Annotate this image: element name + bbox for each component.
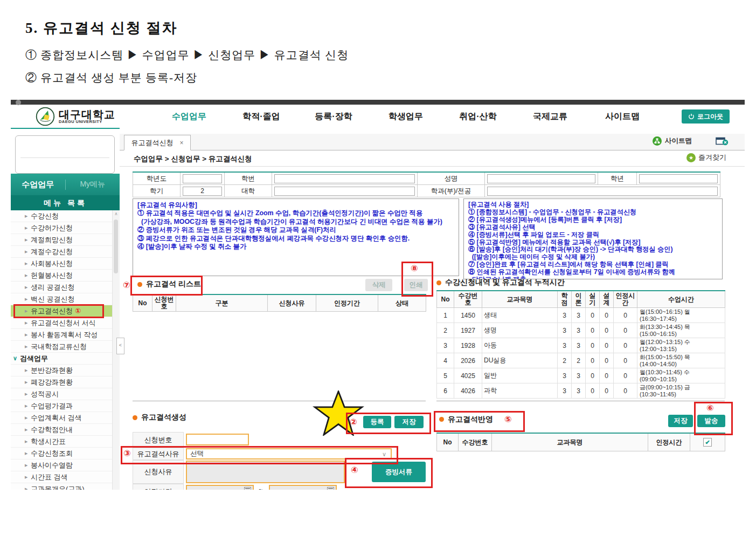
app-header: 대구대학교 DAEGU UNIVERSITY 수업업무 학적·졸업 등록·장학 … <box>11 105 745 129</box>
browser-topbar <box>11 100 745 105</box>
sidebar-section-label: 검색업무 <box>20 354 48 362</box>
apply-no-input[interactable] <box>186 434 249 445</box>
sidebar-item[interactable]: 봉사 활동계획서 작성 <box>11 329 112 341</box>
annotation-4: ④ <box>351 465 358 475</box>
sidebar-item[interactable]: 수강신청조회 <box>11 448 112 459</box>
sidebar-item[interactable]: 수강허가신청 <box>11 222 112 234</box>
sidebar-item[interactable]: 수강신청 <box>11 210 112 222</box>
nav-item-career[interactable]: 취업·산학 <box>442 111 514 122</box>
sidebar-item[interactable]: 수업평가결과 <box>11 400 112 412</box>
year-input[interactable] <box>183 174 222 183</box>
bullet-icon <box>137 282 142 287</box>
sidebar-item-absence-apply[interactable]: 유고결석신청① <box>11 305 112 317</box>
enrollment-table: No 수강번호 교과목명 학점 이론 실기 설계 인정시간 수업시간 11450… <box>436 290 725 399</box>
sidebar-item[interactable]: 사회봉사신청 <box>11 258 112 270</box>
sidebar-tab-mymenu[interactable]: My메뉴 <box>66 180 120 189</box>
topbar-knob <box>16 100 21 105</box>
nav-item-registration[interactable]: 등록·장학 <box>297 111 370 122</box>
logout-button[interactable]: 로그아웃 <box>682 109 730 124</box>
table-row: 42026DU실용22000화(15:00~15:50) 목(14:00~14:… <box>437 353 725 368</box>
sidebar-item[interactable]: 시간표 검색 <box>11 471 112 483</box>
power-icon <box>688 113 695 120</box>
nav-item-records[interactable]: 학적·졸업 <box>225 111 297 122</box>
sidebar-item-label: 유고결석신청서 서식 <box>31 319 96 327</box>
print-button[interactable]: 인쇄 <box>404 279 428 291</box>
evidence-button[interactable]: 증빙서류 <box>372 462 426 482</box>
scrollbar-thumb[interactable] <box>114 220 118 273</box>
sidebar-item[interactable]: 폐강강좌현황 <box>11 376 112 388</box>
nav-item-international[interactable]: 국제교류 <box>514 111 586 122</box>
close-all-tabs-icon[interactable] <box>716 137 729 148</box>
nav-item-sitemap[interactable]: 사이트맵 <box>586 111 658 122</box>
grade-input[interactable] <box>639 174 718 183</box>
apply-detail-textarea[interactable] <box>186 461 345 483</box>
register-button[interactable]: 등록 <box>363 416 391 428</box>
page: 5. 유고결석 신청 절차 ① 종합정보시스템 ▶ 수업업무 ▶ 신청업무 ▶ … <box>0 0 756 535</box>
calendar-icon[interactable] <box>327 487 334 490</box>
menu-list-title: 메뉴 목록 <box>11 195 120 210</box>
sidebar-item[interactable]: 봉사이수열람 <box>11 459 112 471</box>
calendar-icon[interactable] <box>244 487 251 490</box>
sidebar-item[interactable]: 교과목개요(교과) <box>11 483 112 490</box>
absence-create-title: 유고결석생성 <box>133 413 186 422</box>
select-all-checkbox[interactable]: ✔ <box>703 438 712 447</box>
notice-precautions: [유고결석 유의사항] ① 유고결석 적용은 대면수업 및 실시간 Zoom 수… <box>133 198 459 276</box>
table-row: 64026과학33000금(09:00~10:15) 금(10:30~11:45… <box>437 383 725 399</box>
favorite-button[interactable]: 즐겨찾기 <box>686 153 726 162</box>
absence-reason-select[interactable]: 선택 <box>186 448 392 459</box>
sidebar-item[interactable]: 수업계획서 검색 <box>11 412 112 424</box>
sidebar-item-label: 유고결석신청 <box>31 307 73 315</box>
doc-step-2: ② 유고결석 생성 부분 등록-저장 <box>25 70 197 85</box>
sidebar-item[interactable]: 분반강좌현황 <box>11 365 112 376</box>
breadcrumb: 수업업무 > 신청업무 > 유고결석신청 <box>134 154 252 164</box>
sidebar-collapse-handle[interactable] <box>116 338 124 354</box>
scroll-up-icon[interactable] <box>113 210 120 218</box>
table-row: 11450생태33000월(15:00~16:15) 월(16:30~17:45… <box>437 308 725 323</box>
sidebar-item[interactable]: 계절희망신청 <box>11 234 112 246</box>
send-button[interactable]: 발송 <box>697 415 725 427</box>
sidebar-item[interactable]: 백신 공결신청 <box>11 293 112 305</box>
tab-close-icon[interactable]: × <box>179 139 183 147</box>
sitemap-shortcut[interactable]: 사이트맵 <box>653 136 692 146</box>
field-label: 학년 <box>598 172 637 185</box>
semester-input[interactable]: 2 <box>183 187 222 196</box>
sidebar-item-label: 분반강좌현황 <box>31 366 73 374</box>
sidebar-section-search[interactable]: 검색업무 <box>11 353 112 365</box>
university-logo[interactable]: 대구대학교 DAEGU UNIVERSITY <box>36 107 115 126</box>
delete-button[interactable]: 삭제 <box>365 279 392 291</box>
nav-item-student[interactable]: 학생업무 <box>370 111 442 122</box>
content: 유고결석신청 × 사이트맵 수업업무 > 신청업무 > 유고결석신청 <box>120 128 745 490</box>
sidebar-item-label: 수강학점안내 <box>31 426 73 434</box>
college-input[interactable] <box>274 187 415 196</box>
student-id-input[interactable] <box>274 174 415 183</box>
nav-item-course[interactable]: 수업업무 <box>153 111 225 122</box>
table-row: 31928아동33000월(12:00~13:15) 수(12:00~13:15… <box>437 338 725 353</box>
star-icon <box>686 153 696 162</box>
name-input[interactable] <box>487 174 595 183</box>
sidebar-item[interactable]: 유고결석신청서 서식 <box>11 317 112 329</box>
absence-apply-table: No 수강번호 교과목명 인정시간 ✔ <box>436 433 725 451</box>
period-to-input[interactable] <box>269 485 337 490</box>
sidebar-item[interactable]: 계절수강신청 <box>11 246 112 258</box>
sidebar-item-label: 백신 공결신청 <box>31 295 75 303</box>
app-window: 대구대학교 DAEGU UNIVERSITY 수업업무 학적·졸업 등록·장학 … <box>11 100 745 490</box>
period-label: 인정기간 <box>133 484 184 490</box>
main-nav: 수업업무 학적·졸업 등록·장학 학생업무 취업·산학 국제교류 사이트맵 <box>153 111 658 122</box>
sidebar-item[interactable]: 국내학점교류신청 <box>11 341 112 353</box>
bullet-icon <box>133 415 137 420</box>
sidebar-item[interactable]: 학생시간표 <box>11 436 112 448</box>
sidebar-item-label: 교과목개요(교과) <box>31 485 85 490</box>
favorite-label: 즐겨찾기 <box>698 153 726 162</box>
sidebar-item[interactable]: 헌혈봉사신청 <box>11 270 112 282</box>
period-from-input[interactable] <box>186 485 254 490</box>
sidebar-item[interactable]: 수강학점안내 <box>11 424 112 436</box>
sidebar-item[interactable]: 생리 공결신청 <box>11 282 112 293</box>
save-apply-button[interactable]: 저장 <box>668 415 693 427</box>
login-info-box <box>15 135 115 174</box>
sidebar-item[interactable]: 성적공시 <box>11 388 112 400</box>
sidebar-tab-course[interactable]: 수업업무 <box>11 180 66 190</box>
separator <box>436 401 725 401</box>
save-create-button[interactable]: 저장 <box>394 416 424 428</box>
department-input[interactable] <box>487 187 718 196</box>
tab-absence-apply[interactable]: 유고결석신청 × <box>124 135 191 150</box>
